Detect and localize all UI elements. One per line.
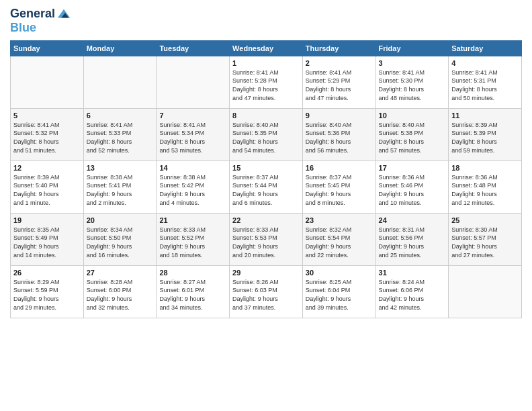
cell-content: Sunrise: 8:38 AM Sunset: 5:41 PM Dayligh…: [87, 173, 154, 207]
day-number: 29: [232, 269, 300, 277]
cell-content: Sunrise: 8:41 AM Sunset: 5:31 PM Dayligh…: [451, 68, 519, 102]
day-number: 11: [451, 111, 519, 120]
cell-content: Sunrise: 8:41 AM Sunset: 5:33 PM Dayligh…: [87, 121, 154, 154]
cell-content: Sunrise: 8:36 AM Sunset: 5:46 PM Dayligh…: [379, 173, 446, 207]
day-number: 26: [13, 269, 81, 277]
logo-text: General: [10, 7, 55, 21]
calendar-cell: 10Sunrise: 8:40 AM Sunset: 5:38 PM Dayli…: [375, 108, 449, 161]
cell-content: Sunrise: 8:40 AM Sunset: 5:36 PM Dayligh…: [306, 121, 373, 154]
calendar-header: SundayMondayTuesdayWednesdayThursdayFrid…: [11, 40, 522, 56]
calendar-cell: 15Sunrise: 8:37 AM Sunset: 5:44 PM Dayli…: [230, 161, 303, 213]
day-number: 3: [379, 59, 446, 67]
cell-content: Sunrise: 8:36 AM Sunset: 5:48 PM Dayligh…: [451, 173, 519, 207]
calendar-cell: 21Sunrise: 8:33 AM Sunset: 5:52 PM Dayli…: [157, 213, 230, 265]
day-number: 16: [306, 164, 373, 172]
cell-content: Sunrise: 8:27 AM Sunset: 6:01 PM Dayligh…: [159, 278, 226, 312]
cell-content: Sunrise: 8:41 AM Sunset: 5:34 PM Dayligh…: [159, 121, 226, 154]
header-day-tuesday: Tuesday: [157, 40, 230, 56]
day-number: 21: [159, 216, 226, 224]
week-row-5: 26Sunrise: 8:29 AM Sunset: 5:59 PM Dayli…: [11, 265, 522, 318]
calendar-cell: 30Sunrise: 8:25 AM Sunset: 6:04 PM Dayli…: [302, 265, 375, 318]
cell-content: Sunrise: 8:40 AM Sunset: 5:38 PM Dayligh…: [379, 121, 446, 154]
calendar-cell: [449, 265, 522, 318]
calendar-cell: 7Sunrise: 8:41 AM Sunset: 5:34 PM Daylig…: [157, 108, 230, 161]
calendar-table: SundayMondayTuesdayWednesdayThursdayFrid…: [10, 40, 522, 318]
day-number: 7: [159, 111, 226, 120]
cell-content: Sunrise: 8:33 AM Sunset: 5:52 PM Dayligh…: [159, 226, 226, 259]
cell-content: Sunrise: 8:34 AM Sunset: 5:50 PM Dayligh…: [87, 226, 154, 259]
day-number: 19: [13, 216, 81, 224]
cell-content: Sunrise: 8:30 AM Sunset: 5:57 PM Dayligh…: [451, 226, 519, 259]
cell-content: Sunrise: 8:37 AM Sunset: 5:45 PM Dayligh…: [306, 173, 373, 207]
header-day-wednesday: Wednesday: [230, 40, 303, 56]
day-number: 17: [379, 164, 446, 172]
day-number: 12: [13, 164, 81, 172]
calendar-cell: 22Sunrise: 8:33 AM Sunset: 5:53 PM Dayli…: [230, 213, 303, 265]
calendar-cell: 23Sunrise: 8:32 AM Sunset: 5:54 PM Dayli…: [302, 213, 375, 265]
calendar-cell: 4Sunrise: 8:41 AM Sunset: 5:31 PM Daylig…: [449, 56, 522, 108]
cell-content: Sunrise: 8:31 AM Sunset: 5:56 PM Dayligh…: [379, 226, 446, 259]
day-number: 22: [232, 216, 300, 224]
calendar-cell: 6Sunrise: 8:41 AM Sunset: 5:33 PM Daylig…: [83, 108, 157, 161]
cell-content: Sunrise: 8:40 AM Sunset: 5:35 PM Dayligh…: [232, 121, 300, 154]
day-number: 31: [379, 269, 446, 277]
calendar-cell: 5Sunrise: 8:41 AM Sunset: 5:32 PM Daylig…: [11, 108, 84, 161]
cell-content: Sunrise: 8:41 AM Sunset: 5:28 PM Dayligh…: [232, 68, 300, 102]
day-number: 24: [379, 216, 446, 224]
calendar-cell: 18Sunrise: 8:36 AM Sunset: 5:48 PM Dayli…: [449, 161, 522, 213]
day-number: 1: [232, 59, 300, 67]
header-day-thursday: Thursday: [302, 40, 375, 56]
calendar-cell: 16Sunrise: 8:37 AM Sunset: 5:45 PM Dayli…: [302, 161, 375, 213]
cell-content: Sunrise: 8:28 AM Sunset: 6:00 PM Dayligh…: [87, 278, 154, 312]
day-number: 13: [87, 164, 154, 172]
cell-content: Sunrise: 8:35 AM Sunset: 5:49 PM Dayligh…: [13, 226, 81, 259]
logo-icon: [56, 7, 71, 21]
calendar-cell: 20Sunrise: 8:34 AM Sunset: 5:50 PM Dayli…: [83, 213, 157, 265]
calendar-cell: 19Sunrise: 8:35 AM Sunset: 5:49 PM Dayli…: [11, 213, 84, 265]
header-day-saturday: Saturday: [449, 40, 522, 56]
cell-content: Sunrise: 8:24 AM Sunset: 6:06 PM Dayligh…: [379, 278, 446, 312]
calendar-cell: 31Sunrise: 8:24 AM Sunset: 6:06 PM Dayli…: [375, 265, 449, 318]
logo: General Blue: [10, 7, 71, 35]
week-row-1: 1Sunrise: 8:41 AM Sunset: 5:28 PM Daylig…: [11, 56, 522, 108]
calendar-cell: 9Sunrise: 8:40 AM Sunset: 5:36 PM Daylig…: [302, 108, 375, 161]
calendar-cell: 24Sunrise: 8:31 AM Sunset: 5:56 PM Dayli…: [375, 213, 449, 265]
calendar-cell: 13Sunrise: 8:38 AM Sunset: 5:41 PM Dayli…: [83, 161, 157, 213]
calendar-cell: 8Sunrise: 8:40 AM Sunset: 5:35 PM Daylig…: [230, 108, 303, 161]
calendar-cell: 27Sunrise: 8:28 AM Sunset: 6:00 PM Dayli…: [83, 265, 157, 318]
day-number: 9: [306, 111, 373, 120]
calendar-cell: [83, 56, 157, 108]
calendar-body: 1Sunrise: 8:41 AM Sunset: 5:28 PM Daylig…: [11, 56, 522, 318]
cell-content: Sunrise: 8:32 AM Sunset: 5:54 PM Dayligh…: [306, 226, 373, 259]
main-container: General Blue SundayMondayTuesdayWednesda…: [0, 0, 532, 325]
calendar-cell: 14Sunrise: 8:38 AM Sunset: 5:42 PM Dayli…: [157, 161, 230, 213]
week-row-2: 5Sunrise: 8:41 AM Sunset: 5:32 PM Daylig…: [11, 108, 522, 161]
day-number: 23: [306, 216, 373, 224]
day-number: 5: [13, 111, 81, 120]
cell-content: Sunrise: 8:38 AM Sunset: 5:42 PM Dayligh…: [159, 173, 226, 207]
calendar-cell: 2Sunrise: 8:41 AM Sunset: 5:29 PM Daylig…: [302, 56, 375, 108]
day-number: 25: [451, 216, 519, 224]
calendar-cell: 29Sunrise: 8:26 AM Sunset: 6:03 PM Dayli…: [230, 265, 303, 318]
day-number: 10: [379, 111, 446, 120]
calendar-cell: 17Sunrise: 8:36 AM Sunset: 5:46 PM Dayli…: [375, 161, 449, 213]
day-number: 15: [232, 164, 300, 172]
calendar-cell: [157, 56, 230, 108]
logo-text-blue: Blue: [10, 21, 71, 35]
day-number: 14: [159, 164, 226, 172]
day-number: 8: [232, 111, 300, 120]
day-number: 18: [451, 164, 519, 172]
header-day-friday: Friday: [375, 40, 449, 56]
day-number: 4: [451, 59, 519, 67]
day-number: 6: [87, 111, 154, 120]
cell-content: Sunrise: 8:41 AM Sunset: 5:32 PM Dayligh…: [13, 121, 81, 154]
day-number: 30: [306, 269, 373, 277]
day-number: 20: [87, 216, 154, 224]
calendar-cell: 28Sunrise: 8:27 AM Sunset: 6:01 PM Dayli…: [157, 265, 230, 318]
header-day-monday: Monday: [83, 40, 157, 56]
calendar-cell: 3Sunrise: 8:41 AM Sunset: 5:30 PM Daylig…: [375, 56, 449, 108]
day-number: 2: [306, 59, 373, 67]
day-number: 28: [159, 269, 226, 277]
week-row-3: 12Sunrise: 8:39 AM Sunset: 5:40 PM Dayli…: [11, 161, 522, 213]
header-row: SundayMondayTuesdayWednesdayThursdayFrid…: [11, 40, 522, 56]
